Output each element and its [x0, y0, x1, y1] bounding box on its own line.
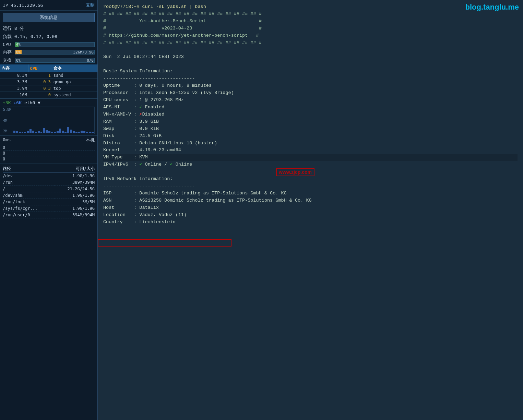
swap-label: 交换 — [3, 57, 13, 63]
mem-pct-text: 8% — [16, 50, 21, 54]
mem-progress-bar: 8% 326M/3.9G — [15, 50, 95, 55]
proc-header-cpu: CPU — [28, 64, 52, 72]
chart-bar — [43, 128, 45, 133]
chart-bar — [92, 132, 94, 133]
disk-size: 5M/5M — [54, 199, 95, 205]
chart-bar — [13, 131, 15, 133]
disk-row: / 21.2G/24.5G — [3, 186, 95, 192]
chart-bar — [29, 129, 32, 133]
chart-bar — [75, 132, 78, 133]
disk-path: /run — [3, 179, 54, 186]
proc-cpu: 0.3 — [28, 85, 52, 92]
disk-size: 1.9G/1.9G — [54, 173, 95, 179]
chart-bar — [62, 131, 64, 133]
mem-label: 内存 — [3, 49, 13, 55]
proc-cmd: sshd — [52, 72, 97, 79]
swap-stat-row: 交换 0% 0/0 — [0, 56, 97, 64]
disk-col-size: 可用/大小 — [54, 165, 95, 173]
disk-col-path: 路径 — [3, 165, 54, 173]
cpu-pct-text: 4% — [16, 43, 21, 47]
vm-type-highlight-box — [98, 239, 231, 247]
net-interface: eth0 ▼ — [24, 100, 40, 105]
terminal-line: # ## ## ## ## ## ## ## ## ## ## ## ## ##… — [103, 39, 518, 47]
terminal-line: ASN : AS213250 Dominic Scholz trading as… — [103, 197, 518, 204]
disk-row: /dev/shm 1.9G/1.9G — [3, 192, 95, 199]
disk-path: /dev/shm — [3, 192, 54, 199]
disk-row: /sys/fs/cgr... 1.9G/1.9G — [3, 205, 95, 212]
terminal-line: Basic System Information: — [103, 68, 518, 75]
chart-bar — [59, 129, 61, 133]
net-header: ↑3K ↓6K eth0 ▼ — [3, 100, 95, 105]
terminal-line: # Yet-Another-Bench-Script # — [103, 18, 518, 25]
disk-section: 路径 可用/大小 /dev 1.9G/1.9G /run 389M/394M /… — [0, 164, 97, 420]
proc-cpu: 0.3 — [28, 79, 52, 85]
sys-info-button[interactable]: 系统信息 — [3, 13, 95, 22]
terminal-line: RAM : 3.9 GiB — [103, 118, 518, 125]
disk-path: /run/user/0 — [3, 212, 54, 218]
terminal-line: Uptime : 0 days, 0 hours, 8 minutes — [103, 82, 518, 89]
net-chart-labels: 5.8M 4M 2M — [3, 107, 11, 134]
blog-watermark: blog.tanglu.me — [465, 3, 519, 12]
ping-host: 本机 — [86, 137, 95, 143]
ping-row-1: 0 — [3, 145, 95, 151]
proc-mem: 8.3M — [0, 72, 28, 79]
chart-bar — [32, 131, 34, 133]
proc-cmd: top — [52, 85, 97, 92]
chart-bar — [89, 132, 91, 133]
terminal-line: --------------------------------- — [103, 75, 518, 82]
chart-bar — [46, 130, 48, 133]
disk-path: /run/lock — [3, 199, 54, 205]
cpu-progress-bar: 4% — [15, 42, 95, 47]
disk-size: 21.2G/24.5G — [54, 186, 95, 192]
copy-button[interactable]: 复制 — [86, 2, 95, 8]
disk-size: 1.9G/1.9G — [54, 205, 95, 212]
cpu-label: CPU — [3, 42, 13, 47]
chart-bar — [51, 132, 53, 133]
proc-mem: 3.3M — [0, 79, 28, 85]
swap-pct-text: 0% — [16, 58, 21, 62]
chart-bar — [40, 132, 43, 133]
terminal-line: IPv4/IPv6 : ✓ Online / ✓ Online — [103, 161, 518, 168]
terminal-line: # https://github.com/masonr/yet-another-… — [103, 32, 518, 39]
chart-bar — [27, 131, 29, 133]
disk-path: /dev — [3, 173, 54, 179]
terminal-line: Swap : 0.0 KiB — [103, 125, 518, 133]
terminal-line: CPU cores : 1 @ 2793.268 MHz — [103, 97, 518, 104]
terminal-line: --------------------------------- — [103, 183, 518, 190]
uptime-text: 运行 8 分 — [0, 24, 97, 33]
terminal-line: ISP : Dominic Scholz trading as ITP-Solu… — [103, 190, 518, 197]
terminal-line: Country : Liechtenstein — [103, 219, 518, 226]
terminal-line: # v2023-04-23 # — [103, 25, 518, 32]
chart-bar — [70, 130, 72, 133]
disk-table: 路径 可用/大小 /dev 1.9G/1.9G /run 389M/394M /… — [3, 165, 95, 218]
chart-bar — [48, 131, 50, 133]
chart-bar — [24, 132, 26, 133]
proc-row: 10M 0 systemd — [0, 92, 97, 98]
net-download: ↓6K — [13, 100, 21, 105]
proc-mem: 10M — [0, 92, 28, 98]
disk-size: 1.9G/1.9G — [54, 192, 95, 199]
proc-row: 3.9M 0.3 top — [0, 85, 97, 92]
terminal-line: # ## ## ## ## ## ## ## ## ## ## ## ## ##… — [103, 11, 518, 18]
terminal-panel: blog.tanglu.me root@v7718:~# curl -sL ya… — [98, 0, 523, 420]
cpu-stat-row: CPU 4% — [0, 41, 97, 48]
chart-bars-container — [4, 108, 94, 133]
load-text: 负载 0.15, 0.12, 0.08 — [0, 33, 97, 41]
ping-header: 0ms 本机 — [3, 137, 95, 143]
disk-size: 394M/394M — [54, 212, 95, 218]
proc-cpu: 1 — [28, 72, 52, 79]
swap-progress-bar: 0% 0/0 — [15, 58, 95, 63]
terminal-line: VM-x/AMD-V : ✗Disabled — [103, 111, 518, 118]
mem-detail-text: 326M/3.9G — [73, 50, 94, 54]
chart-bar — [54, 132, 56, 133]
terminal-line: Disk : 24.5 GiB — [103, 133, 518, 140]
terminal-line: Distro : Debian GNU/Linux 10 (buster) — [103, 140, 518, 147]
terminal-line — [103, 47, 518, 54]
network-section: ↑3K ↓6K eth0 ▼ 5.8M 4M 2M — [0, 98, 97, 135]
chart-bar — [78, 132, 80, 133]
ip-address: IP 45.11.229.56 — [3, 3, 43, 8]
zjcp-watermark: www.zjcp.com — [276, 168, 314, 176]
chart-bar — [22, 132, 24, 133]
disk-row: /run/user/0 394M/394M — [3, 212, 95, 218]
terminal-line: Processor : Intel Xeon E3-12xx v2 (Ivy B… — [103, 89, 518, 97]
